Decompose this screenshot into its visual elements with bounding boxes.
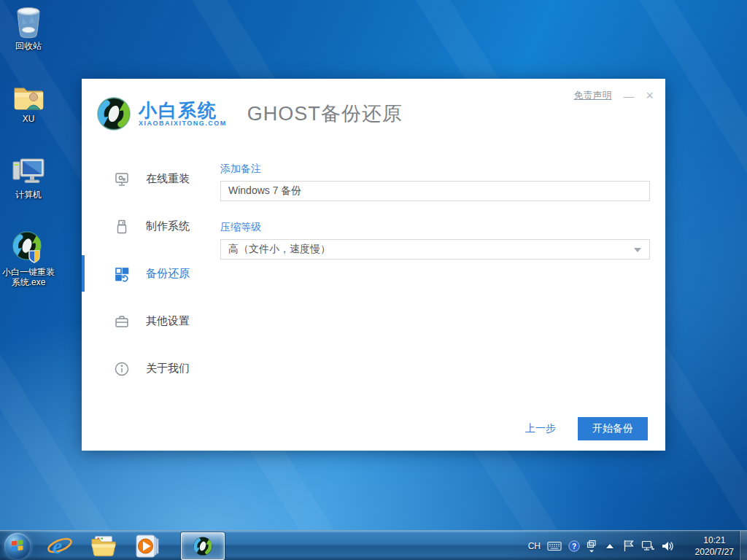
taskbar-item-media-player[interactable] bbox=[134, 532, 160, 560]
chevron-up-icon bbox=[606, 544, 614, 548]
taskbar-clock[interactable]: 10:21 2020/7/27 bbox=[695, 534, 734, 558]
chevron-down-icon bbox=[634, 248, 641, 252]
sidebar-item-online-reinstall[interactable]: 在线重装 bbox=[82, 155, 220, 203]
desktop-icon-label: 计算机 bbox=[15, 190, 42, 200]
show-desktop-button[interactable] bbox=[739, 531, 747, 560]
language-bar-options-icon[interactable] bbox=[587, 540, 597, 553]
taskbar-item-xiaobai-active[interactable] bbox=[181, 532, 225, 560]
desktop-icon-label: 小白一键重装 系统.exe bbox=[2, 267, 55, 287]
help-icon[interactable]: ? bbox=[568, 540, 580, 552]
volume-icon[interactable] bbox=[662, 540, 674, 552]
recycle-bin-icon bbox=[13, 6, 44, 39]
xiaobai-window: 免责声明 — × 小白系统 XIAOBAIXITONG.COM GHOST备份还… bbox=[82, 79, 665, 451]
sidebar-item-make-system[interactable]: 制作系统 bbox=[82, 203, 220, 250]
xiaobai-app-icon bbox=[192, 535, 214, 557]
folder-icon bbox=[90, 534, 117, 558]
brand-text: 小白系统 XIAOBAIXITONG.COM bbox=[139, 101, 227, 127]
clock-time: 10:21 bbox=[695, 534, 734, 546]
taskbar-item-internet-explorer[interactable]: e bbox=[47, 532, 73, 560]
compress-select[interactable]: 高（文件小，速度慢） bbox=[220, 239, 650, 260]
disclaimer-link[interactable]: 免责声明 bbox=[573, 89, 611, 102]
taskbar-item-explorer[interactable] bbox=[90, 532, 117, 560]
other-settings-icon bbox=[114, 314, 130, 330]
desktop-icon-computer[interactable]: 计算机 bbox=[0, 155, 60, 200]
user-folder-icon bbox=[12, 82, 45, 112]
svg-text:?: ? bbox=[572, 542, 576, 551]
start-button[interactable] bbox=[4, 533, 31, 559]
app-logo bbox=[95, 95, 133, 133]
keyboard-icon[interactable] bbox=[547, 541, 562, 551]
about-us-icon bbox=[114, 361, 130, 377]
sidebar: 在线重装 制作系统 备份还原 bbox=[82, 155, 220, 392]
desktop: { "colors": { "accent": "#2a7cd5", "labe… bbox=[0, 0, 747, 560]
computer-icon bbox=[12, 155, 45, 188]
desktop-icon-xu-folder[interactable]: XU bbox=[0, 82, 60, 124]
start-backup-button[interactable]: 开始备份 bbox=[578, 417, 648, 440]
action-center-flag-icon[interactable] bbox=[623, 540, 635, 552]
backup-restore-icon bbox=[114, 266, 130, 282]
brand-name: 小白系统 bbox=[139, 101, 227, 120]
note-input[interactable] bbox=[220, 181, 650, 201]
clock-date: 2020/7/27 bbox=[695, 546, 734, 558]
media-player-icon bbox=[135, 534, 160, 559]
page-title: GHOST备份还原 bbox=[247, 101, 403, 127]
sidebar-item-other-settings[interactable]: 其他设置 bbox=[82, 298, 220, 345]
svg-text:e: e bbox=[53, 534, 62, 558]
make-system-icon bbox=[114, 219, 130, 235]
network-icon[interactable] bbox=[641, 540, 655, 552]
show-hidden-icons-button[interactable] bbox=[606, 544, 614, 548]
desktop-icon-label: XU bbox=[23, 114, 35, 124]
backup-form: 添加备注 压缩等级 高（文件小，速度慢） bbox=[220, 161, 650, 260]
online-reinstall-icon bbox=[114, 171, 130, 187]
sidebar-item-about-us[interactable]: 关于我们 bbox=[82, 345, 220, 392]
language-indicator[interactable]: CH bbox=[528, 541, 541, 551]
note-label: 添加备注 bbox=[220, 161, 650, 176]
desktop-icon-label: 回收站 bbox=[15, 41, 42, 51]
minimize-button[interactable]: — bbox=[623, 90, 634, 101]
desktop-icon-xiaobai-app[interactable]: 小白一键重装 系统.exe bbox=[0, 229, 60, 287]
desktop-icon-recycle-bin[interactable]: 回收站 bbox=[0, 6, 60, 51]
close-button[interactable]: × bbox=[646, 90, 654, 101]
back-button[interactable]: 上一步 bbox=[525, 422, 556, 435]
sidebar-item-backup-restore[interactable]: 备份还原 bbox=[82, 250, 220, 298]
compress-label: 压缩等级 bbox=[220, 219, 650, 234]
windows-flag-icon bbox=[11, 540, 24, 553]
xiaobai-app-icon bbox=[10, 229, 47, 265]
taskbar: e bbox=[0, 530, 747, 560]
brand-domain: XIAOBAIXITONG.COM bbox=[139, 120, 227, 127]
internet-explorer-icon: e bbox=[47, 534, 73, 559]
window-header: 小白系统 XIAOBAIXITONG.COM GHOST备份还原 bbox=[82, 79, 665, 133]
